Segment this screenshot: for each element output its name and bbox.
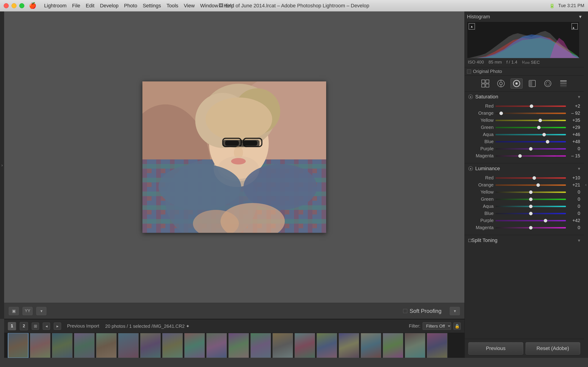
lum-purple-slider[interactable]: [495, 220, 566, 221]
split-toning-section[interactable]: □ Split Toning ▾: [465, 235, 584, 246]
traffic-lights[interactable]: [4, 3, 24, 8]
soft-proofing-checkbox[interactable]: [403, 309, 407, 313]
thumbnail-19[interactable]: [405, 333, 425, 358]
menu-file[interactable]: File: [72, 3, 80, 9]
thumbnail-15[interactable]: [317, 333, 337, 358]
reset-adobe-button[interactable]: Reset (Adobe): [526, 342, 580, 355]
menu-photo[interactable]: Photo: [124, 3, 137, 9]
page-2-button[interactable]: 2: [20, 322, 28, 330]
grid-tool-button[interactable]: [479, 78, 491, 89]
tone-target-button[interactable]: [495, 78, 507, 89]
saturation-header[interactable]: ● Saturation ▾: [465, 92, 584, 102]
menu-edit[interactable]: Edit: [86, 3, 95, 9]
sat-yellow-slider[interactable]: [495, 120, 566, 121]
graduated-filter-button[interactable]: [557, 78, 569, 89]
maximize-button[interactable]: [19, 3, 24, 8]
thumbnail-17[interactable]: [361, 333, 381, 358]
thumbnail-2[interactable]: [30, 333, 51, 358]
thumbnail-10[interactable]: [206, 333, 227, 358]
minimize-button[interactable]: [11, 3, 17, 8]
original-photo-checkbox[interactable]: [467, 69, 471, 74]
next-nav-button[interactable]: ▸: [54, 323, 61, 330]
sat-red-slider[interactable]: [495, 106, 566, 107]
thumbnail-12[interactable]: [250, 333, 271, 358]
sat-orange-thumb[interactable]: [499, 111, 503, 115]
lum-red-slider[interactable]: [495, 177, 566, 179]
sat-purple-thumb[interactable]: [529, 147, 533, 151]
thumbnail-14[interactable]: [294, 333, 315, 358]
thumbnail-3[interactable]: [52, 333, 73, 358]
menu-lightroom[interactable]: Lightroom: [44, 3, 67, 9]
lum-aqua-slider[interactable]: [495, 206, 566, 207]
thumbnail-20[interactable]: [427, 333, 447, 358]
close-button[interactable]: [4, 3, 9, 8]
sat-orange-slider[interactable]: [495, 113, 566, 114]
lum-magenta-slider[interactable]: [495, 227, 566, 228]
lum-green-thumb[interactable]: [529, 198, 533, 201]
lum-aqua-thumb[interactable]: [529, 205, 533, 208]
left-panel-toggle[interactable]: ›: [0, 11, 4, 319]
luminance-toggle[interactable]: ●: [468, 166, 473, 171]
thumbnail-13[interactable]: [272, 333, 293, 358]
page-1-button[interactable]: 1: [8, 322, 16, 330]
prev-nav-button[interactable]: ◂: [43, 323, 50, 330]
sat-red-thumb[interactable]: [530, 104, 533, 108]
grid-tool-icon: [481, 79, 489, 88]
sat-blue-thumb[interactable]: [546, 140, 549, 144]
lum-orange-slider[interactable]: [495, 184, 566, 186]
lum-red-thumb[interactable]: [532, 176, 536, 180]
radial-filter-button[interactable]: [542, 78, 554, 89]
sat-purple-slider[interactable]: [495, 148, 566, 150]
luminance-header[interactable]: ● Luminance ▾: [465, 163, 584, 174]
toolbar-expand-icon[interactable]: ▾: [450, 307, 460, 315]
lum-yellow-thumb[interactable]: [529, 190, 533, 194]
menu-develop[interactable]: Develop: [100, 3, 119, 9]
saturation-toggle[interactable]: ●: [468, 94, 473, 99]
shadow-clipping-button[interactable]: ▲: [468, 23, 475, 30]
hsl-circle-button[interactable]: [510, 78, 523, 89]
sat-aqua-thumb[interactable]: [542, 133, 546, 136]
previous-button[interactable]: Previous: [468, 342, 523, 355]
sat-aqua-slider[interactable]: [495, 134, 566, 135]
thumbnail-9[interactable]: [184, 333, 205, 358]
thumbnail-8[interactable]: [162, 333, 183, 358]
lum-green-slider[interactable]: [495, 199, 566, 200]
rating-flag-button[interactable]: YY: [23, 307, 33, 315]
lum-yellow-slider[interactable]: [495, 192, 566, 193]
menu-settings[interactable]: Settings: [143, 3, 161, 9]
split-toning-toggle[interactable]: □: [468, 237, 471, 243]
view-mode-button[interactable]: ▣: [9, 307, 19, 315]
sat-blue-slider[interactable]: [495, 141, 566, 142]
sat-green-thumb[interactable]: [537, 126, 541, 129]
right-panel-toggle[interactable]: ‹: [584, 11, 588, 358]
grayscale-mix-button[interactable]: [526, 78, 538, 89]
sat-green-slider[interactable]: [495, 127, 566, 128]
apple-menu[interactable]: 🍎: [29, 2, 36, 9]
lum-blue-slider[interactable]: [495, 213, 566, 214]
menu-window[interactable]: Window: [200, 3, 218, 9]
toolbar-dropdown[interactable]: ▾: [36, 307, 46, 315]
sat-yellow-thumb[interactable]: [538, 119, 542, 122]
thumbnail-5[interactable]: [96, 333, 117, 358]
lum-purple-value: +42: [568, 218, 580, 223]
histogram-dropdown-icon[interactable]: ▾: [579, 14, 582, 20]
filmstrip-lock-icon[interactable]: 🔒: [453, 323, 461, 330]
thumbnail-18[interactable]: [383, 333, 403, 358]
thumbnail-6[interactable]: [118, 333, 139, 358]
thumbnail-7[interactable]: [140, 333, 161, 358]
menu-tools[interactable]: Tools: [166, 3, 178, 9]
lum-blue-thumb[interactable]: [529, 212, 533, 215]
thumbnail-4[interactable]: [74, 333, 95, 358]
lum-purple-thumb[interactable]: [544, 219, 547, 223]
sat-magenta-thumb[interactable]: [518, 154, 522, 158]
highlight-clipping-button[interactable]: ▲: [571, 23, 578, 30]
thumbnail-11[interactable]: [228, 333, 249, 358]
grid-view-button[interactable]: ⊞: [32, 323, 39, 330]
lum-magenta-thumb[interactable]: [529, 226, 533, 230]
filter-dropdown[interactable]: Filters Off: [423, 322, 451, 330]
lum-orange-thumb[interactable]: [536, 183, 540, 187]
sat-magenta-slider[interactable]: [495, 155, 566, 157]
thumbnail-16[interactable]: [338, 333, 359, 358]
thumbnail-1[interactable]: [8, 333, 28, 358]
menu-view[interactable]: View: [184, 3, 195, 9]
